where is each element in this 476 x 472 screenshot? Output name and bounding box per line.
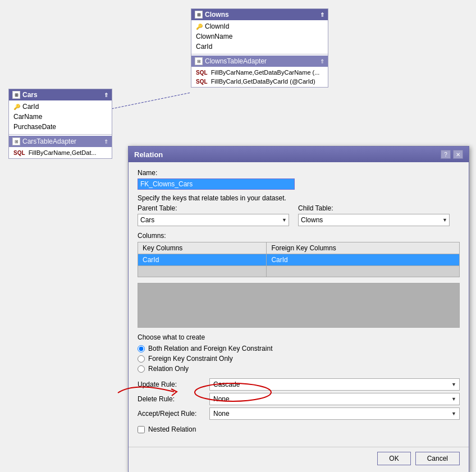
radio-group: Both Relation and Foreign Key Constraint… <box>138 345 460 373</box>
clowns-method-1: SQL FillByCarName,GetDataByCarName (... <box>191 68 328 77</box>
clowns-table-body: 🔑 ClownId ClownName CarId <box>191 20 328 53</box>
clowns-method-2: SQL FillByCarId,GetDataByCarId (@CarId) <box>191 77 328 86</box>
cars-table-card: ⊞ Cars ⇑ 🔑 CarId CarName PurchaseDate ⊞ … <box>8 89 112 159</box>
cancel-button[interactable]: Cancel <box>415 452 460 465</box>
dialog-close-btn[interactable]: ✕ <box>453 150 463 159</box>
adapter-icon: ⊞ <box>195 57 203 65</box>
parent-table-select-wrapper: Cars <box>138 214 289 226</box>
rules-grid: Update Rule: Cascade None SetNull SetDef… <box>138 378 460 420</box>
cars-adapter-expand[interactable]: ⇑ <box>104 139 108 145</box>
name-input[interactable] <box>138 178 295 190</box>
columns-table: Key Columns Foreign Key Columns CarId Ca… <box>138 242 460 277</box>
columns-gray-area <box>138 283 460 328</box>
clowns-field-carid: CarId <box>191 42 328 52</box>
radio-fk-label: Foreign Key Constraint Only <box>148 355 233 363</box>
update-rule-label: Update Rule: <box>138 381 205 388</box>
dialog-title: Relation <box>134 150 163 159</box>
cars-field-purchasedate: PurchaseDate <box>9 122 112 132</box>
cars-field-carid: 🔑 CarId <box>9 102 112 112</box>
create-section-title: Choose what to create <box>138 333 460 341</box>
dialog-help-btn[interactable]: ? <box>441 150 451 159</box>
columns-row-selected[interactable]: CarId CarId <box>138 254 460 266</box>
child-table-label: Child Table: <box>298 204 450 212</box>
parent-table-label: Parent Table: <box>138 204 289 212</box>
dialog-footer: OK Cancel <box>129 447 469 472</box>
child-table-select[interactable]: Clowns <box>298 214 450 226</box>
dialog-title-buttons: ? ✕ <box>441 150 463 159</box>
delete-rule-label: Delete Rule: <box>138 395 205 403</box>
cars-divider <box>9 134 112 135</box>
delete-rule-wrapper: Cascade None SetNull SetDefault <box>209 393 460 405</box>
columns-label: Columns: <box>138 232 460 240</box>
dialog-body: Name: Specify the keys that relate table… <box>129 162 469 447</box>
cars-table-icon: ⊞ <box>12 91 20 99</box>
update-rule-wrapper: Cascade None SetNull SetDefault <box>209 378 460 391</box>
radio-both-input[interactable] <box>138 345 145 352</box>
update-rule-select[interactable]: Cascade None SetNull SetDefault <box>209 378 460 391</box>
clowns-table-header[interactable]: ⊞ Clowns ⇑ <box>191 9 328 20</box>
clowns-adapter-header: ⊞ ClownsTableAdapter ⇑ <box>191 56 328 67</box>
table-icon: ⊞ <box>195 11 203 19</box>
key-icon: 🔑 <box>196 24 203 30</box>
nested-relation-checkbox[interactable] <box>138 426 145 433</box>
nested-relation-row: Nested Relation <box>138 425 460 433</box>
cars-key-icon: 🔑 <box>13 104 20 110</box>
accept-reject-select[interactable]: Cascade None SetNull SetDefault <box>209 407 460 420</box>
child-table-select-wrapper: Clowns <box>298 214 450 226</box>
accept-reject-wrapper: Cascade None SetNull SetDefault <box>209 407 460 420</box>
cars-adapter-header: ⊞ CarsTableAdapter ⇑ <box>9 136 112 147</box>
clowns-adapter-body: SQL FillByCarName,GetDataByCarName (... … <box>191 67 328 87</box>
clowns-expand-btn[interactable]: ⇑ <box>320 12 324 18</box>
accept-reject-label: Accept/Reject Rule: <box>138 410 205 418</box>
clowns-field-clownname: ClownName <box>191 31 328 42</box>
fk-col-value: CarId <box>267 254 460 266</box>
nested-relation-label: Nested Relation <box>148 425 196 433</box>
cars-adapter-icon: ⊞ <box>12 138 20 145</box>
ok-button[interactable]: OK <box>377 452 410 465</box>
clowns-adapter-expand[interactable]: ⇑ <box>320 58 324 65</box>
delete-rule-select[interactable]: Cascade None SetNull SetDefault <box>209 393 460 405</box>
radio-relation-only[interactable]: Relation Only <box>138 365 460 373</box>
clowns-adapter-title: ClownsTableAdapter <box>205 57 267 65</box>
child-table-group: Child Table: Clowns <box>298 204 450 226</box>
hint-text: Specify the keys that relate tables in y… <box>138 194 460 202</box>
clowns-field-clownid: 🔑 ClownId <box>191 21 328 31</box>
radio-both-label: Both Relation and Foreign Key Constraint <box>148 345 272 352</box>
key-col-value: CarId <box>138 254 267 266</box>
name-label: Name: <box>138 169 460 177</box>
parent-table-select[interactable]: Cars <box>138 214 289 226</box>
radio-relation-label: Relation Only <box>148 365 189 373</box>
cars-table-header[interactable]: ⊞ Cars ⇑ <box>9 89 112 100</box>
cars-table-title: Cars <box>22 91 38 99</box>
table-selectors: Parent Table: Cars Child Table: Clowns <box>138 204 460 226</box>
radio-fk-input[interactable] <box>138 355 145 363</box>
col-header-fk: Foreign Key Columns <box>267 242 460 254</box>
cars-adapter-title: CarsTableAdapter <box>22 138 76 145</box>
clowns-table-card: ⊞ Clowns ⇑ 🔑 ClownId ClownName CarId ⊞ C… <box>191 8 328 88</box>
clowns-table-title: Clowns <box>205 11 229 19</box>
radio-both[interactable]: Both Relation and Foreign Key Constraint <box>138 345 460 352</box>
radio-fk-only[interactable]: Foreign Key Constraint Only <box>138 355 460 363</box>
radio-relation-input[interactable] <box>138 365 145 373</box>
columns-row-empty-1 <box>138 266 460 277</box>
cars-table-body: 🔑 CarId CarName PurchaseDate <box>9 100 112 133</box>
col-header-key: Key Columns <box>138 242 267 254</box>
relation-dialog: Relation ? ✕ Name: Specify the keys that… <box>128 146 469 472</box>
cars-method-1: SQL FillByCarName,GetDat... <box>9 148 112 157</box>
parent-table-group: Parent Table: Cars <box>138 204 289 226</box>
cars-field-carname: CarName <box>9 112 112 122</box>
clowns-divider <box>191 54 328 54</box>
cars-expand-btn[interactable]: ⇑ <box>104 92 108 98</box>
dialog-titlebar: Relation ? ✕ <box>129 146 469 162</box>
cars-adapter-body: SQL FillByCarName,GetDat... <box>9 147 112 158</box>
